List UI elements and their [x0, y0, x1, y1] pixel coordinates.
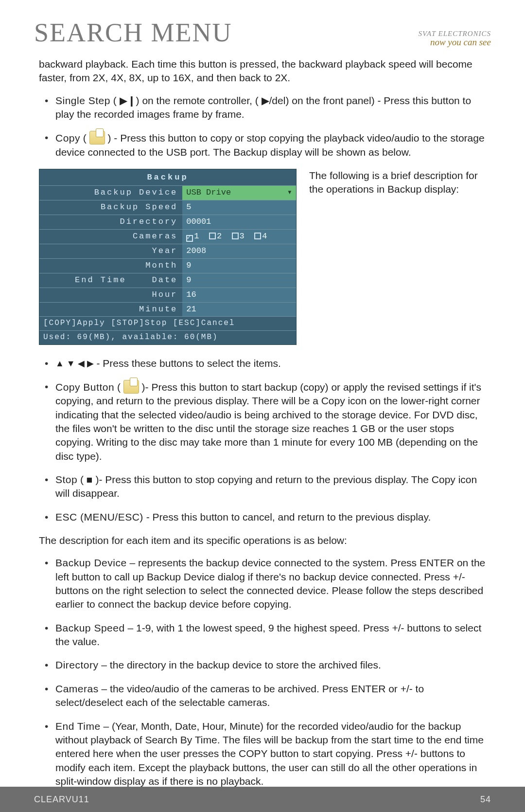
row-endtime-date: End Time Date: [39, 273, 182, 288]
desc-heading: The description for each item and its sp…: [39, 534, 486, 547]
backup-screenshot: Backup Backup Device USB Drive ▾ Backup …: [39, 169, 297, 345]
copy-icon: [123, 380, 139, 394]
side-note: The following is a brief description for…: [309, 169, 486, 197]
bullet-arrows: ▲ ▼ ◀ ▶ - Press these buttons to select …: [50, 357, 486, 370]
term-directory: Directory: [55, 659, 99, 670]
intro-paragraph: backward playback. Each time this button…: [39, 57, 486, 85]
footer-page-number: 54: [480, 794, 491, 805]
row-month-label: Month: [39, 258, 182, 273]
text-cameras: – the video/audio of the cameras to be a…: [55, 683, 424, 708]
row-dir-label: Directory: [39, 215, 182, 229]
backup-title: Backup: [39, 169, 296, 185]
bullet-backup-device: Backup Device – represents the backup de…: [50, 556, 486, 611]
text-copy: ) - Press this button to copy or stop co…: [55, 132, 485, 157]
backup-table: Backup Device USB Drive ▾ Backup Speed 5…: [39, 185, 296, 316]
bullet-stop: Stop ( ■ )- Press this button to stop co…: [50, 473, 486, 501]
checkbox-cam2: [209, 233, 216, 239]
text-stop: ( ■ )- Press this button to stop copying…: [55, 474, 477, 499]
term-backup-speed: Backup Speed: [55, 622, 125, 633]
page-header: SEARCH MENU SVAT ELECTRONICS now you can…: [34, 18, 491, 48]
copy-icon: [89, 131, 105, 144]
row-device-value: USB Drive ▾: [182, 186, 296, 200]
page-title: SEARCH MENU: [34, 18, 232, 48]
row-year-value: 2008: [182, 244, 296, 258]
bullet-list-2: ▲ ▼ ◀ ▶ - Press these buttons to select …: [39, 357, 486, 524]
row-cameras-value: 1 2 3 4: [182, 229, 296, 244]
endtime-label: End Time: [75, 275, 126, 285]
text-end-time: – (Year, Month, Date, Hour, Minute) for …: [55, 721, 484, 787]
bullet-list-3: Backup Device – represents the backup de…: [39, 556, 486, 788]
row-hour-value: 16: [182, 288, 296, 302]
page-content: backward playback. Each time this button…: [34, 57, 491, 788]
row-device-label: Backup Device: [39, 186, 182, 200]
term-copy-button: Copy Button: [55, 381, 114, 393]
text-arrows: - Press these buttons to select the item…: [96, 358, 280, 369]
text-esc: - Press this button to cancel, and retur…: [143, 511, 431, 523]
row-speed-value: 5: [182, 200, 296, 215]
term-esc: ESC (MENU/ESC): [55, 511, 143, 523]
row-dir-value: 00001: [182, 215, 296, 229]
checkbox-cam1: [186, 235, 193, 242]
checkbox-cam4: [254, 233, 261, 239]
row-speed-label: Backup Speed: [39, 200, 182, 215]
row-date-value: 9: [182, 273, 296, 288]
checkbox-cam3: [232, 233, 239, 239]
term-copy: Copy: [55, 132, 80, 144]
term-cameras: Cameras: [55, 683, 99, 694]
text-copy-button: )- Press this button to start backup (co…: [55, 381, 481, 462]
bullet-esc: ESC (MENU/ESC) - Press this button to ca…: [50, 510, 486, 524]
row-month-value: 9: [182, 258, 296, 273]
bullet-copy-button: Copy Button ( )- Press this button to st…: [50, 380, 486, 463]
bullet-list-1: Single Step ( ▶❙) on the remote controll…: [39, 94, 486, 159]
backup-footer-1: [COPY]Apply [STOP]Stop [ESC]Cancel: [39, 316, 296, 330]
term-backup-device: Backup Device: [55, 557, 127, 568]
row-cameras-label: Cameras: [39, 229, 182, 244]
brand-tagline: now you can see: [419, 37, 491, 48]
bullet-single-step: Single Step ( ▶❙) on the remote controll…: [50, 94, 486, 122]
page-footer: CLEARVU11 54: [0, 787, 525, 812]
term-single-step: Single Step: [55, 95, 110, 106]
bullet-end-time: End Time – (Year, Month, Date, Hour, Min…: [50, 720, 486, 789]
text-single-step: ( ▶❙) on the remote controller, ( ▶/del)…: [55, 95, 471, 120]
screenshot-row: Backup Backup Device USB Drive ▾ Backup …: [39, 169, 486, 345]
row-min-value: 21: [182, 302, 296, 316]
backup-footer-2: Used: 69(MB), available: 60(MB): [39, 330, 296, 344]
bullet-directory: Directory – the directory in the backup …: [50, 658, 486, 672]
brand-block: SVAT ELECTRONICS now you can see: [419, 30, 491, 48]
bullet-backup-speed: Backup Speed – 1-9, with 1 the lowest sp…: [50, 621, 486, 649]
bullet-cameras: Cameras – the video/audio of the cameras…: [50, 682, 486, 710]
footer-product: CLEARVU11: [34, 794, 89, 805]
bullet-copy: Copy ( ) - Press this button to copy or …: [50, 131, 486, 159]
text-directory: – the directory in the backup device to …: [99, 659, 381, 670]
term-end-time: End Time: [55, 721, 101, 732]
row-min-label: Minute: [39, 302, 182, 316]
term-stop: Stop: [55, 474, 77, 485]
row-hour-label: Hour: [39, 288, 182, 302]
row-year-label: Year: [39, 244, 182, 258]
arrow-icons: ▲ ▼ ◀ ▶: [55, 359, 94, 368]
manual-page: SEARCH MENU SVAT ELECTRONICS now you can…: [0, 0, 525, 812]
